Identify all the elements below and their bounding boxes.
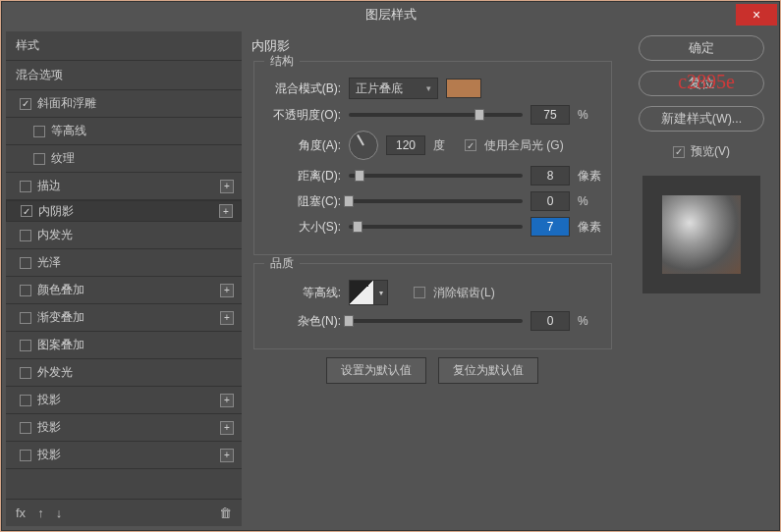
style-label: 等高线	[51, 123, 86, 139]
style-item-4[interactable]: 内阴影+	[6, 200, 242, 222]
preview-box	[642, 176, 760, 293]
style-item-2[interactable]: 纹理	[6, 145, 242, 173]
angle-input[interactable]: 120	[386, 135, 425, 155]
style-item-11[interactable]: 投影+	[6, 387, 242, 414]
ok-button[interactable]: 确定	[639, 35, 764, 61]
quality-legend: 品质	[264, 255, 300, 272]
close-button[interactable]: ×	[736, 4, 777, 26]
style-checkbox[interactable]	[33, 126, 45, 137]
distance-input[interactable]: 8	[530, 166, 570, 186]
size-slider[interactable]	[349, 225, 523, 229]
trash-icon[interactable]: 🗑	[219, 505, 232, 520]
style-label: 投影	[37, 392, 61, 408]
style-checkbox[interactable]	[20, 395, 31, 406]
chevron-down-icon: ▾	[426, 83, 431, 93]
opacity-unit: %	[578, 108, 601, 122]
global-light-checkbox[interactable]	[465, 139, 476, 151]
cancel-button[interactable]: 复位	[639, 71, 764, 96]
styles-header[interactable]: 样式	[6, 31, 242, 61]
style-item-3[interactable]: 描边+	[6, 173, 242, 200]
opacity-label: 不透明度(O):	[264, 107, 341, 124]
styles-footer: fx ↑ ↓ 🗑	[6, 499, 242, 526]
style-checkbox[interactable]	[21, 205, 32, 217]
noise-input[interactable]: 0	[530, 311, 570, 331]
style-label: 内阴影	[38, 203, 74, 220]
arrow-up-icon[interactable]: ↑	[37, 505, 44, 520]
set-default-button[interactable]: 设置为默认值	[326, 357, 426, 384]
blend-options-header[interactable]: 混合选项	[6, 61, 242, 90]
window-title: 图层样式	[2, 6, 779, 24]
style-checkbox[interactable]	[20, 230, 31, 241]
arrow-down-icon[interactable]: ↓	[56, 505, 63, 520]
angle-label: 角度(A):	[264, 137, 341, 154]
fx-icon[interactable]: fx	[16, 505, 26, 520]
style-checkbox[interactable]	[20, 340, 31, 351]
style-label: 光泽	[37, 254, 61, 271]
antialias-label: 消除锯齿(L)	[433, 285, 495, 301]
preview-label: 预览(V)	[691, 143, 730, 160]
add-effect-icon[interactable]: +	[220, 284, 234, 297]
style-item-8[interactable]: 渐变叠加+	[6, 304, 242, 332]
noise-slider[interactable]	[349, 319, 523, 323]
style-item-13[interactable]: 投影+	[6, 442, 242, 469]
add-effect-icon[interactable]: +	[220, 421, 234, 435]
angle-dial[interactable]	[349, 131, 378, 160]
choke-input[interactable]: 0	[530, 191, 570, 211]
style-item-6[interactable]: 光泽	[6, 249, 242, 277]
styles-panel: 样式 混合选项 斜面和浮雕等高线纹理描边+内阴影+内发光光泽颜色叠加+渐变叠加+…	[6, 31, 242, 526]
distance-label: 距离(D):	[264, 168, 341, 185]
style-label: 颜色叠加	[37, 282, 84, 298]
choke-slider[interactable]	[349, 199, 523, 203]
contour-dropdown[interactable]: ▾	[374, 280, 388, 305]
style-checkbox[interactable]	[20, 450, 31, 461]
style-item-1[interactable]: 等高线	[6, 118, 242, 145]
style-label: 渐变叠加	[37, 309, 84, 326]
style-label: 图案叠加	[37, 337, 84, 353]
style-item-5[interactable]: 内发光	[6, 222, 242, 249]
section-title: 内阴影	[248, 35, 616, 61]
style-checkbox[interactable]	[20, 257, 31, 269]
settings-panel: 内阴影 结构 混合模式(B): 正片叠底 ▾ 不透明度(O): 75 %	[248, 31, 622, 526]
style-label: 投影	[37, 447, 61, 463]
add-effect-icon[interactable]: +	[220, 180, 234, 193]
style-item-10[interactable]: 外发光	[6, 359, 242, 387]
style-item-12[interactable]: 投影+	[6, 414, 242, 442]
add-effect-icon[interactable]: +	[220, 311, 234, 325]
opacity-input[interactable]: 75	[530, 105, 570, 125]
distance-slider[interactable]	[349, 174, 523, 178]
preview-checkbox[interactable]	[673, 146, 685, 158]
style-checkbox[interactable]	[20, 181, 31, 192]
blend-mode-select[interactable]: 正片叠底 ▾	[349, 78, 438, 99]
style-item-0[interactable]: 斜面和浮雕	[6, 90, 242, 118]
antialias-checkbox[interactable]	[414, 287, 425, 298]
style-checkbox[interactable]	[20, 98, 31, 110]
style-checkbox[interactable]	[20, 367, 31, 379]
color-swatch[interactable]	[446, 79, 481, 98]
contour-thumbnail[interactable]	[349, 280, 374, 305]
angle-unit: 度	[433, 137, 457, 154]
blend-mode-label: 混合模式(B):	[264, 80, 341, 97]
choke-label: 阻塞(C):	[264, 193, 341, 210]
style-label: 描边	[37, 178, 61, 194]
add-effect-icon[interactable]: +	[220, 449, 234, 462]
style-checkbox[interactable]	[33, 153, 45, 165]
reset-default-button[interactable]: 复位为默认值	[438, 357, 538, 384]
style-checkbox[interactable]	[20, 422, 31, 434]
style-item-7[interactable]: 颜色叠加+	[6, 277, 242, 304]
action-panel: 确定 复位 新建样式(W)... 预览(V)	[628, 31, 775, 526]
style-item-9[interactable]: 图案叠加	[6, 332, 242, 359]
style-checkbox[interactable]	[20, 312, 31, 324]
add-effect-icon[interactable]: +	[220, 394, 234, 407]
preview-image	[662, 195, 741, 274]
noise-unit: %	[578, 314, 601, 328]
style-label: 纹理	[51, 150, 75, 167]
size-input[interactable]: 7	[530, 217, 570, 237]
new-style-button[interactable]: 新建样式(W)...	[639, 106, 764, 132]
structure-fieldset: 结构 混合模式(B): 正片叠底 ▾ 不透明度(O): 75 % 角	[253, 61, 612, 255]
add-effect-icon[interactable]: +	[219, 204, 233, 218]
style-checkbox[interactable]	[20, 285, 31, 296]
titlebar: 图层样式 ×	[2, 2, 779, 27]
contour-label: 等高线:	[264, 285, 341, 301]
distance-unit: 像素	[578, 168, 601, 185]
opacity-slider[interactable]	[349, 113, 523, 117]
